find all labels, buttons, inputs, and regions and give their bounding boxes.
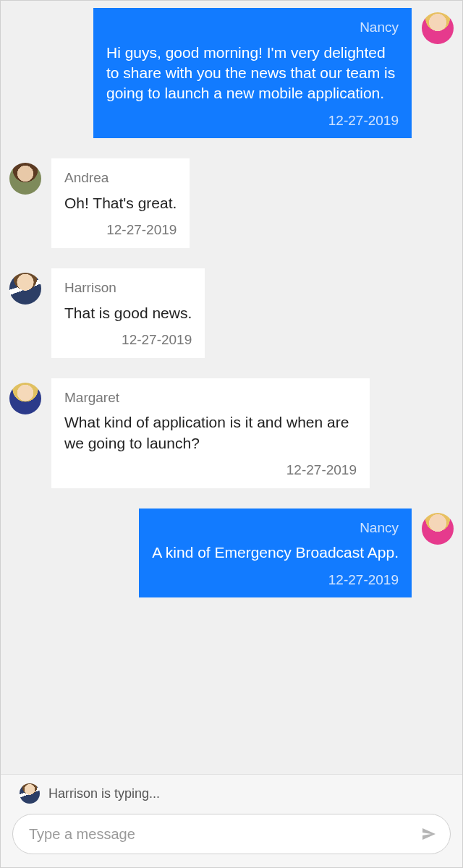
avatar[interactable]: [9, 273, 41, 305]
chat-footer: Harrison is typing...: [1, 774, 462, 867]
message-text: A kind of Emergency Broadcast App.: [152, 542, 399, 563]
send-button[interactable]: [418, 823, 440, 845]
message-row: Andrea Oh! That's great. 12-27-2019: [9, 158, 454, 248]
message-list: Nancy Hi guys, good morning! I'm very de…: [1, 1, 462, 597]
message-timestamp: 12-27-2019: [328, 111, 399, 130]
message-timestamp: 12-27-2019: [286, 461, 357, 480]
message-sender: Nancy: [360, 519, 399, 537]
message-timestamp: 12-27-2019: [122, 331, 192, 349]
message-timestamp: 12-27-2019: [328, 571, 399, 590]
message-text: What kind of application is it and when …: [64, 412, 357, 454]
message-row: Nancy Hi guys, good morning! I'm very de…: [9, 8, 454, 138]
message-bubble: Andrea Oh! That's great. 12-27-2019: [51, 158, 190, 248]
message-bubble: Nancy Hi guys, good morning! I'm very de…: [93, 8, 412, 138]
avatar[interactable]: [422, 12, 454, 44]
message-row: Harrison That is good news. 12-27-2019: [9, 268, 454, 358]
typing-text: Harrison is typing...: [48, 786, 160, 801]
typing-indicator: Harrison is typing...: [12, 783, 451, 804]
message-input-wrap[interactable]: [12, 814, 451, 854]
message-bubble: Nancy A kind of Emergency Broadcast App.…: [139, 509, 412, 598]
message-bubble: Harrison That is good news. 12-27-2019: [51, 268, 205, 358]
message-text: Oh! That's great.: [64, 193, 177, 213]
avatar[interactable]: [9, 383, 41, 414]
message-sender: Nancy: [360, 18, 399, 37]
message-sender: Harrison: [64, 278, 116, 297]
avatar[interactable]: [9, 163, 41, 195]
message-text: Hi guys, good morning! I'm very delighte…: [106, 43, 399, 104]
message-sender: Andrea: [64, 169, 109, 187]
message-row: Nancy A kind of Emergency Broadcast App.…: [9, 509, 454, 598]
message-input[interactable]: [29, 826, 409, 843]
send-icon: [420, 825, 438, 843]
message-sender: Margaret: [64, 388, 119, 407]
message-bubble: Margaret What kind of application is it …: [51, 378, 370, 488]
avatar[interactable]: [422, 513, 454, 545]
message-text: That is good news.: [64, 303, 192, 323]
message-timestamp: 12-27-2019: [106, 221, 177, 239]
avatar[interactable]: [20, 783, 40, 804]
message-row: Margaret What kind of application is it …: [9, 378, 454, 488]
